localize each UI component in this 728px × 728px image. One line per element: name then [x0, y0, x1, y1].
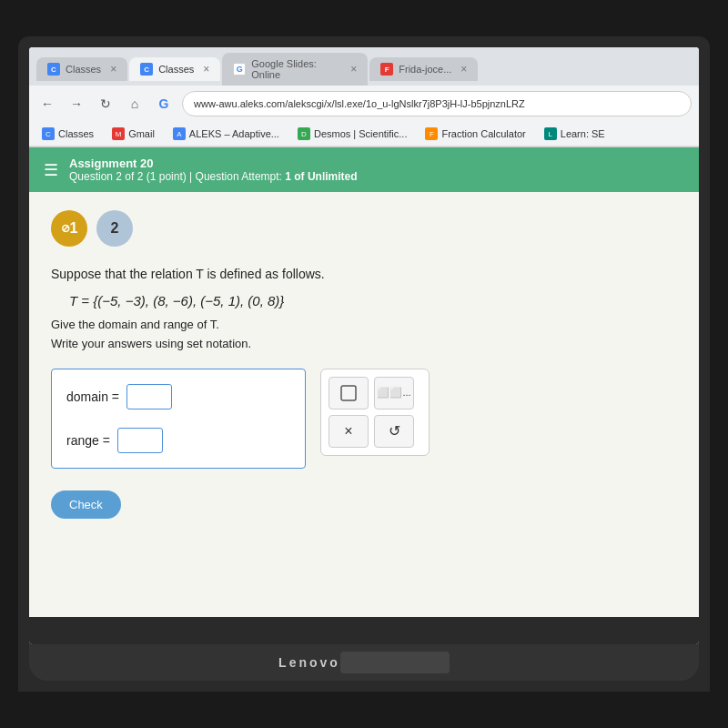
answer-section: domain = range = — [51, 369, 677, 469]
keypad-row-1: ⬜⬜... — [329, 377, 421, 410]
bookmark-gmail-icon: M — [112, 127, 125, 140]
home-button[interactable]: ⌂ — [124, 93, 146, 115]
bookmark-learn[interactable]: L Learn: SE — [539, 126, 611, 142]
delete-btn[interactable]: × — [329, 415, 369, 448]
bookmark-fraction-icon: F — [425, 127, 438, 140]
tab-icon-1: C — [47, 63, 60, 76]
bookmark-classes-icon: C — [42, 127, 55, 140]
bottom-bar — [29, 617, 699, 644]
lenovo-logo: Lenovo — [278, 655, 340, 670]
undo-btn[interactable]: ↺ — [374, 415, 414, 448]
back-button[interactable]: ← — [36, 93, 58, 115]
assignment-title: Assignment 20 — [69, 157, 358, 170]
bookmark-desmos-icon: D — [298, 127, 310, 140]
range-label: range = — [66, 433, 110, 448]
bookmark-desmos[interactable]: D Desmos | Scientific... — [292, 126, 413, 142]
tab-bar: C Classes × C Classes × G Google Slides:… — [29, 47, 699, 86]
math-keypad: ⬜⬜... × ↺ — [320, 369, 430, 456]
google-apps-button[interactable]: G — [153, 93, 175, 115]
assignment-subtitle: Question 2 of 2 (1 point) | Question Att… — [69, 170, 358, 183]
range-row: range = — [66, 428, 290, 453]
tab-close-3[interactable]: × — [350, 63, 357, 76]
tab-close-1[interactable]: × — [110, 63, 116, 76]
range-input[interactable] — [117, 428, 163, 453]
address-bar[interactable]: www-awu.aleks.com/alekscgi/x/lsl.exe/1o_… — [182, 91, 692, 116]
bookmark-gmail[interactable]: M Gmail — [106, 126, 160, 142]
check-section: Check — [51, 490, 677, 519]
aleks-header: ☰ Assignment 20 Question 2 of 2 (1 point… — [29, 147, 699, 192]
trackpad[interactable] — [340, 652, 450, 673]
laptop-frame: C Classes × C Classes × G Google Slides:… — [18, 36, 710, 692]
question-1-button[interactable]: ⊘ 1 — [51, 210, 87, 247]
tab-icon-2: C — [140, 63, 153, 76]
bookmark-learn-icon: L — [544, 127, 557, 140]
refresh-button[interactable]: ↻ — [95, 93, 116, 115]
tab-classes-1[interactable]: C Classes × — [36, 57, 127, 81]
tab-close-2[interactable]: × — [203, 63, 209, 76]
input-box: domain = range = — [51, 369, 306, 469]
keypad-row-2: × ↺ — [329, 415, 421, 448]
bookmarks-bar: C Classes M Gmail A ALEKS – Adaptive... … — [29, 122, 699, 147]
set-notation-btn[interactable] — [329, 377, 369, 410]
assignment-info: Assignment 20 Question 2 of 2 (1 point) … — [69, 157, 358, 183]
bookmark-classes[interactable]: C Classes — [36, 126, 99, 142]
question-area: ⊘ 1 2 Suppose that the relation T is def… — [29, 192, 699, 617]
problem-intro: Suppose that the relation T is defined a… — [51, 265, 677, 284]
tab-google-slides[interactable]: G Google Slides: Online × — [222, 53, 368, 86]
tab-frida[interactable]: F Frida-joce... × — [369, 57, 478, 81]
tab-icon-4: F — [380, 63, 393, 76]
domain-input[interactable] — [126, 384, 172, 410]
screen: C Classes × C Classes × G Google Slides:… — [29, 47, 699, 644]
laptop-base: Lenovo — [29, 644, 699, 681]
tab-classes-2[interactable]: C Classes × — [129, 57, 220, 81]
bookmark-fraction-calc[interactable]: F Fraction Calculator — [420, 126, 531, 142]
forward-button[interactable]: → — [66, 93, 87, 115]
instructions: Give the domain and range of T. Write yo… — [51, 316, 677, 354]
math-set: T = {(−5, −3), (8, −6), (−5, 1), (0, 8)} — [69, 293, 677, 308]
hamburger-menu[interactable]: ☰ — [44, 160, 58, 180]
tab-close-4[interactable]: × — [460, 63, 467, 76]
domain-row: domain = — [66, 384, 290, 410]
svg-rect-0 — [341, 386, 356, 400]
bookmark-aleks-icon: A — [173, 127, 186, 140]
tab-icon-3: G — [233, 63, 246, 76]
bookmark-aleks[interactable]: A ALEKS – Adaptive... — [167, 126, 285, 142]
question-2-button[interactable]: 2 — [96, 210, 133, 247]
set-sequence-btn[interactable]: ⬜⬜... — [374, 377, 414, 410]
page-content: ☰ Assignment 20 Question 2 of 2 (1 point… — [29, 147, 699, 617]
nav-bar: ← → ↻ ⌂ G www-awu.aleks.com/alekscgi/x/l… — [29, 86, 699, 122]
check-button[interactable]: Check — [51, 490, 121, 519]
question-nav: ⊘ 1 2 — [51, 210, 677, 247]
browser-chrome: C Classes × C Classes × G Google Slides:… — [29, 47, 699, 147]
domain-label: domain = — [66, 389, 119, 404]
